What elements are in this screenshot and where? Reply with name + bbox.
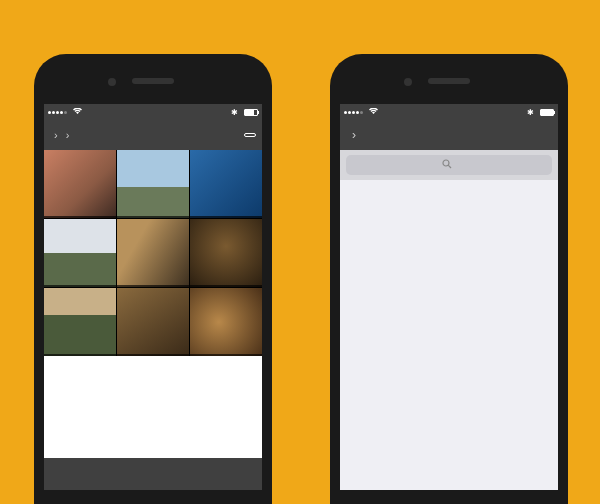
nav-bar: › › xyxy=(44,120,262,150)
thumbnail[interactable] xyxy=(117,150,189,218)
thumbnail[interactable] xyxy=(117,288,189,356)
thumbnail-label xyxy=(44,216,116,218)
bluetooth-icon: ✱ xyxy=(231,108,238,117)
thumbnail-label xyxy=(117,216,189,218)
thumbnail[interactable] xyxy=(190,288,262,356)
thumbnail[interactable] xyxy=(44,219,116,287)
search-icon xyxy=(442,159,452,171)
chevron-right-icon: › xyxy=(352,128,356,142)
phone-camera xyxy=(404,78,412,86)
chevron-right-icon: › xyxy=(66,129,70,141)
search-row xyxy=(340,150,558,180)
phone-frame-left: ✱ › › xyxy=(34,54,272,504)
phone-speaker xyxy=(428,78,470,84)
screen-right: ✱ › xyxy=(340,104,558,490)
thumbnail-label xyxy=(117,285,189,287)
wifi-icon xyxy=(369,108,378,117)
svg-line-1 xyxy=(448,165,451,168)
thumbnail[interactable] xyxy=(117,219,189,287)
thumbnail-grid xyxy=(44,150,262,356)
thumbnail-label xyxy=(190,216,262,218)
bottom-toolbar xyxy=(44,458,262,490)
thumbnail-label xyxy=(44,285,116,287)
thumbnail-label xyxy=(117,354,189,356)
thumbnail[interactable] xyxy=(44,150,116,218)
signal-dots xyxy=(344,111,363,114)
thumbnail[interactable] xyxy=(190,150,262,218)
phone-camera xyxy=(108,78,116,86)
bluetooth-icon: ✱ xyxy=(527,108,534,117)
signal-dots xyxy=(48,111,67,114)
battery-icon xyxy=(244,109,258,116)
chevron-right-icon: › xyxy=(54,129,58,141)
battery-icon xyxy=(540,109,554,116)
phone-speaker xyxy=(132,78,174,84)
thumbnail-label xyxy=(190,285,262,287)
thumbnail-label xyxy=(190,354,262,356)
status-bar: ✱ xyxy=(340,104,558,120)
screen-left: ✱ › › xyxy=(44,104,262,490)
wifi-icon xyxy=(73,108,82,117)
svg-point-0 xyxy=(443,160,449,166)
thumbnail[interactable] xyxy=(44,288,116,356)
nav-bar: › xyxy=(340,120,558,150)
thumbnail[interactable] xyxy=(190,219,262,287)
status-bar: ✱ xyxy=(44,104,262,120)
thumbnail-label xyxy=(44,354,116,356)
search-input[interactable] xyxy=(346,155,552,175)
edit-button[interactable] xyxy=(244,133,256,137)
phone-frame-right: ✱ › xyxy=(330,54,568,504)
